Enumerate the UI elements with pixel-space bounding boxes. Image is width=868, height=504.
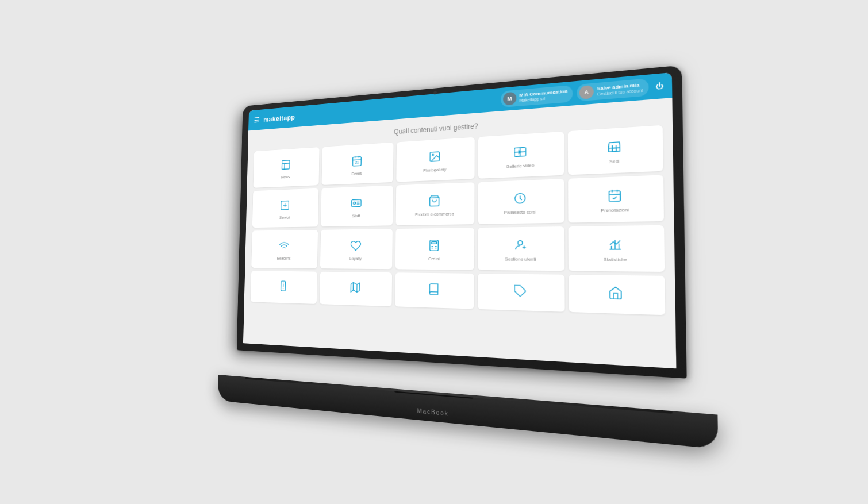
company-avatar: M	[503, 91, 516, 105]
laptop-brand: MacBook	[417, 407, 449, 417]
svg-line-1	[282, 163, 290, 163]
calendar-icon: 31	[351, 154, 363, 168]
grid-item-palinsesto[interactable]: Palinsesto corsi	[478, 178, 564, 224]
grid-item-ordini[interactable]: Ordini	[395, 228, 474, 270]
video-icon	[513, 144, 527, 160]
id-card-icon	[351, 197, 362, 210]
grid-item-home[interactable]	[569, 274, 665, 314]
svg-point-43	[283, 282, 284, 283]
grid-item-staff[interactable]: Staff	[321, 185, 393, 226]
grid-item-eventi[interactable]: 31 Eventi	[322, 142, 394, 184]
camera	[433, 91, 437, 94]
svg-point-9	[432, 153, 434, 155]
logo-text: makeitapp	[263, 113, 295, 123]
laptop-lid: ☰ makeitapp M MIA Communication Makeitap…	[237, 65, 687, 378]
store-icon	[606, 139, 621, 155]
plus-square-icon	[279, 199, 290, 212]
map-pin-icon	[349, 281, 361, 295]
grid-item-news[interactable]: News	[254, 147, 320, 188]
grid-item-gestione-utenti[interactable]: Gestione utenti	[478, 226, 564, 270]
staff-label: Staff	[352, 213, 360, 218]
calculator-icon	[428, 238, 440, 253]
beacons-label: Beacons	[277, 255, 291, 260]
grid-item-tag[interactable]	[478, 273, 565, 311]
tag-icon	[513, 284, 527, 299]
power-icon[interactable]: ⏻	[656, 82, 664, 90]
heart-icon	[350, 239, 362, 253]
grid-item-book[interactable]	[395, 272, 474, 309]
company-info: MIA Communication Makeitapp srl	[519, 88, 567, 103]
clock-icon	[513, 191, 527, 206]
company-badge[interactable]: M MIA Communication Makeitapp srl	[501, 84, 573, 107]
user-plus-icon	[513, 238, 527, 253]
grid-item-phone-info[interactable]	[251, 271, 317, 304]
grid-item-beacons[interactable]: Beacons	[251, 229, 318, 268]
svg-line-22	[430, 197, 439, 198]
news-label: News	[281, 174, 290, 179]
newspaper-icon	[281, 158, 291, 171]
eventi-label: Eventi	[351, 170, 362, 175]
wifi-icon	[279, 240, 289, 253]
palinsesto-label: Palinsesto corsi	[504, 209, 536, 215]
svg-point-19	[354, 201, 356, 203]
prodotti-label: Prodotti e-commerce	[415, 211, 454, 217]
phone-info-icon	[278, 280, 289, 293]
content-grid: News 31	[251, 125, 666, 315]
svg-text:31: 31	[355, 160, 359, 164]
image-icon	[428, 149, 441, 164]
hamburger-icon[interactable]: ☰	[254, 116, 260, 124]
grid-item-prodotti[interactable]: Prodotti e-commerce	[396, 182, 475, 225]
user-info: Salve admin.mia Gestisci il tuo account	[597, 82, 643, 97]
calendar-check-icon	[607, 188, 622, 204]
cart-icon	[428, 194, 441, 208]
statistiche-label: Statistiche	[604, 256, 627, 262]
user-avatar: A	[579, 84, 594, 99]
home-icon	[608, 286, 624, 302]
scene: ☰ makeitapp M MIA Communication Makeitap…	[187, 86, 681, 419]
gallerie-video-label: Gallerie video	[506, 162, 534, 169]
photogallery-label: Photogallery	[423, 166, 447, 172]
grid-item-servizi[interactable]: Servizi	[252, 188, 318, 227]
grid-item-photogallery[interactable]: Photogallery	[396, 137, 474, 182]
hinge-bar	[245, 376, 673, 413]
laptop-base: MacBook	[218, 375, 719, 449]
svg-rect-24	[609, 190, 620, 201]
prenotazioni-label: Prenotazioni	[601, 206, 629, 213]
screen-bezel: ☰ makeitapp M MIA Communication Makeitap…	[243, 72, 676, 368]
grid-item-loyalty[interactable]: Loyalty	[320, 229, 393, 269]
grid-item-statistiche[interactable]: Statistiche	[569, 225, 665, 271]
svg-rect-29	[432, 241, 437, 244]
user-badge[interactable]: A Salve admin.mia Gestisci il tuo accoun…	[577, 78, 649, 102]
loyalty-label: Loyalty	[349, 256, 362, 261]
grid-item-map[interactable]	[320, 271, 392, 306]
bar-chart-icon	[608, 237, 623, 253]
book-icon	[428, 282, 440, 297]
grid-item-sedi[interactable]: Sedi	[568, 125, 663, 175]
screen-content: ☰ makeitapp M MIA Communication Makeitap…	[243, 72, 676, 368]
ordini-label: Ordini	[428, 256, 440, 261]
svg-rect-0	[282, 160, 290, 169]
laptop: ☰ makeitapp M MIA Communication Makeitap…	[218, 62, 719, 449]
grid-item-prenotazioni[interactable]: Prenotazioni	[568, 175, 664, 222]
servizi-label: Servizi	[279, 214, 290, 220]
svg-line-6	[353, 159, 362, 160]
svg-rect-14	[612, 147, 616, 151]
svg-line-27	[609, 194, 621, 194]
gestione-utenti-label: Gestione utenti	[505, 256, 536, 261]
grid-item-gallerie-video[interactable]: Gallerie video	[478, 131, 564, 178]
sedi-label: Sedi	[609, 158, 620, 164]
main-area: Quali contenuti vuoi gestire?	[243, 98, 676, 368]
